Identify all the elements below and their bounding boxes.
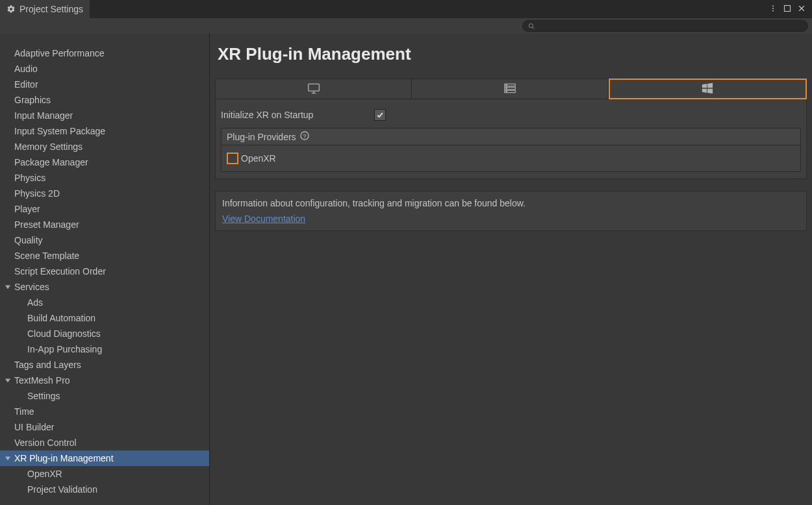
sidebar-item-label: Time xyxy=(14,406,34,417)
sidebar-item-player[interactable]: Player xyxy=(0,201,209,217)
maximize-icon[interactable] xyxy=(783,4,791,14)
sidebar-item-settings[interactable]: Settings xyxy=(0,388,209,404)
sidebar-item-label: Editor xyxy=(14,79,38,90)
xr-settings-panel: Initialize XR on Startup Plug-in Provide… xyxy=(215,99,807,179)
toolbar xyxy=(0,18,812,34)
sidebar-item-label: XR Plug-in Management xyxy=(14,453,114,463)
platform-tabs xyxy=(215,79,807,99)
sidebar-item-label: Project Validation xyxy=(27,484,97,495)
sidebar-item-xr-plug-in-management[interactable]: XR Plug-in Management xyxy=(0,450,209,466)
providers-section: Plug-in Providers ? OpenXR xyxy=(221,128,801,172)
platform-tab-monitor[interactable] xyxy=(215,79,412,99)
sidebar-item-label: UI Builder xyxy=(14,422,54,432)
info-panel: Information about configuration, trackin… xyxy=(215,191,807,231)
sidebar-item-label: Settings xyxy=(27,391,60,401)
platform-tab-windows[interactable] xyxy=(609,79,807,99)
sidebar-item-input-system-package[interactable]: Input System Package xyxy=(0,123,209,139)
sidebar-item-editor[interactable]: Editor xyxy=(0,77,209,92)
sidebar-item-label: Memory Settings xyxy=(14,142,82,152)
sidebar-item-tags-and-layers[interactable]: Tags and Layers xyxy=(0,357,209,373)
foldout-icon[interactable] xyxy=(5,456,13,461)
svg-marker-20 xyxy=(702,84,707,88)
foldout-icon[interactable] xyxy=(5,378,13,383)
sidebar-item-input-manager[interactable]: Input Manager xyxy=(0,108,209,123)
initialize-row: Initialize XR on Startup xyxy=(221,106,801,124)
sidebar-item-label: OpenXR xyxy=(27,469,62,479)
sidebar: Adaptive PerformanceAudioEditorGraphicsI… xyxy=(0,34,210,505)
provider-checkbox-openxr[interactable] xyxy=(227,153,238,164)
providers-header-label: Plug-in Providers xyxy=(227,132,296,142)
sidebar-item-physics[interactable]: Physics xyxy=(0,170,209,186)
sidebar-item-project-validation[interactable]: Project Validation xyxy=(0,482,209,497)
sidebar-item-ads[interactable]: Ads xyxy=(0,295,209,310)
search-input[interactable] xyxy=(539,21,802,31)
svg-point-0 xyxy=(772,5,774,6)
sidebar-item-label: Adaptive Performance xyxy=(14,48,105,58)
window-title: Project Settings xyxy=(19,4,83,14)
svg-marker-9 xyxy=(5,379,10,383)
sidebar-item-label: Physics 2D xyxy=(14,188,60,199)
help-icon[interactable]: ? xyxy=(300,131,309,142)
initialize-checkbox[interactable] xyxy=(374,109,386,121)
sidebar-item-package-manager[interactable]: Package Manager xyxy=(0,154,209,170)
sidebar-item-label: Cloud Diagnostics xyxy=(27,328,101,339)
svg-point-18 xyxy=(506,88,507,88)
menu-icon[interactable] xyxy=(769,4,777,14)
sidebar-item-script-execution-order[interactable]: Script Execution Order xyxy=(0,264,209,279)
info-text: Information about configuration, trackin… xyxy=(222,198,800,208)
svg-point-6 xyxy=(529,23,533,27)
titlebar-spacer xyxy=(90,0,769,18)
sidebar-item-version-control[interactable]: Version Control xyxy=(0,435,209,450)
svg-marker-22 xyxy=(702,88,707,92)
sidebar-item-adaptive-performance[interactable]: Adaptive Performance xyxy=(0,45,209,61)
search-field[interactable] xyxy=(522,20,808,32)
search-icon xyxy=(528,23,535,30)
sidebar-item-label: Preset Manager xyxy=(14,219,79,230)
sidebar-item-label: Input System Package xyxy=(14,126,105,136)
sidebar-item-preset-manager[interactable]: Preset Manager xyxy=(0,217,209,232)
svg-rect-3 xyxy=(785,6,791,12)
server-icon xyxy=(503,83,516,95)
sidebar-item-ui-builder[interactable]: UI Builder xyxy=(0,419,209,435)
sidebar-item-textmesh-pro[interactable]: TextMesh Pro xyxy=(0,373,209,388)
sidebar-item-time[interactable]: Time xyxy=(0,404,209,419)
svg-point-1 xyxy=(772,8,774,9)
sidebar-item-openxr[interactable]: OpenXR xyxy=(0,466,209,482)
sidebar-item-cloud-diagnostics[interactable]: Cloud Diagnostics xyxy=(0,326,209,341)
sidebar-item-label: Audio xyxy=(14,64,38,74)
sidebar-item-quality[interactable]: Quality xyxy=(0,232,209,248)
foldout-icon[interactable] xyxy=(5,284,13,289)
provider-row-openxr: OpenXR xyxy=(227,149,795,167)
page-title: XR Plug-in Management xyxy=(215,44,807,64)
sidebar-item-scene-template[interactable]: Scene Template xyxy=(0,248,209,264)
documentation-link[interactable]: View Documentation xyxy=(222,214,305,224)
sidebar-item-label: Input Manager xyxy=(14,110,73,121)
titlebar-controls xyxy=(769,0,812,18)
sidebar-item-label: Ads xyxy=(27,297,43,308)
svg-text:?: ? xyxy=(303,133,306,140)
sidebar-item-label: Quality xyxy=(14,235,43,245)
svg-marker-8 xyxy=(5,286,10,289)
platform-tab-server[interactable] xyxy=(412,79,608,99)
close-icon[interactable] xyxy=(798,4,806,14)
sidebar-item-label: Physics xyxy=(14,173,45,183)
sidebar-item-memory-settings[interactable]: Memory Settings xyxy=(0,139,209,154)
sidebar-item-services[interactable]: Services xyxy=(0,279,209,295)
sidebar-item-label: Build Automation xyxy=(27,313,95,323)
sidebar-item-label: In-App Purchasing xyxy=(27,344,102,354)
sidebar-item-audio[interactable]: Audio xyxy=(0,61,209,77)
monitor-icon xyxy=(307,82,320,96)
svg-line-7 xyxy=(533,27,535,29)
sidebar-item-graphics[interactable]: Graphics xyxy=(0,92,209,108)
sidebar-item-label: Scene Template xyxy=(14,251,79,261)
sidebar-item-build-automation[interactable]: Build Automation xyxy=(0,310,209,326)
window-tab[interactable]: Project Settings xyxy=(0,0,90,18)
svg-point-2 xyxy=(772,10,774,12)
sidebar-item-label: Version Control xyxy=(14,437,77,448)
sidebar-item-physics-2d[interactable]: Physics 2D xyxy=(0,186,209,201)
svg-rect-11 xyxy=(308,84,319,91)
svg-point-19 xyxy=(506,91,507,92)
sidebar-item-in-app-purchasing[interactable]: In-App Purchasing xyxy=(0,341,209,357)
titlebar: Project Settings xyxy=(0,0,812,18)
sidebar-item-label: Package Manager xyxy=(14,157,88,167)
